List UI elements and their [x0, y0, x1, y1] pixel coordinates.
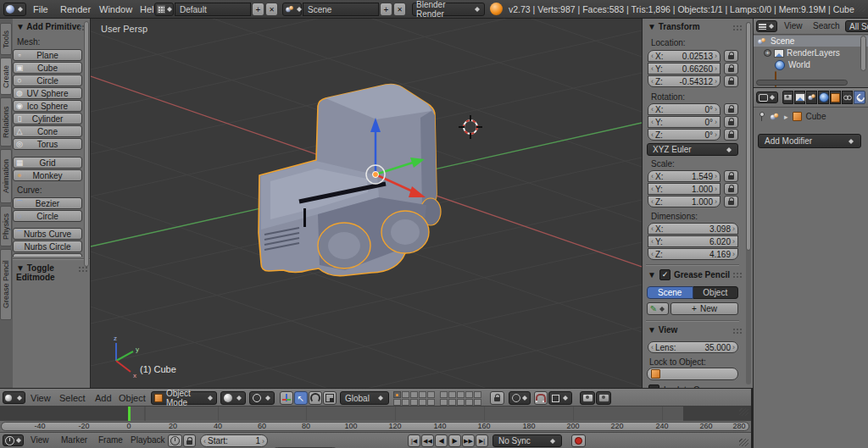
rotation-mode-select[interactable]: XYZ Euler	[647, 143, 738, 156]
add-cube-button[interactable]: Cube▣	[13, 62, 82, 74]
outliner-vscrollbar[interactable]	[860, 36, 866, 71]
add-bezier-button[interactable]: Bezier⌒	[13, 197, 82, 209]
next-keyframe-button[interactable]: ▶▶	[462, 434, 475, 447]
panel-header-add-primitive[interactable]: ▼ Add Primitive	[16, 22, 81, 31]
panel-header-view[interactable]: ▼ View	[648, 325, 677, 335]
area-resize-grip[interactable]	[739, 439, 748, 446]
dimensions-x-field[interactable]: ‹X:3.098›	[648, 223, 738, 235]
lock-time-button[interactable]	[183, 434, 196, 447]
manipulator-toggle-button[interactable]	[280, 391, 293, 405]
tab-grease-pencil[interactable]: Grease Pencil	[0, 249, 12, 320]
location-x-field[interactable]: ‹X:0.02513›	[648, 50, 721, 62]
expand-icon[interactable]: +	[764, 49, 771, 57]
lock-location-x-button[interactable]	[724, 50, 738, 62]
scale-manipulator-button[interactable]	[323, 391, 337, 405]
mode-select[interactable]: Object Mode	[151, 391, 217, 405]
menu-file[interactable]: File	[27, 0, 54, 19]
auto-keyframe-button[interactable]	[571, 434, 586, 447]
timeline-menu-frame[interactable]: Frame	[98, 435, 123, 445]
tab-animation[interactable]: Animation	[0, 149, 12, 203]
previous-keyframe-button[interactable]: ◀◀	[421, 434, 434, 447]
rotate-manipulator-button[interactable]	[309, 391, 322, 405]
area-resize-grip[interactable]	[739, 408, 748, 416]
translate-manipulator-button[interactable]: ↖	[294, 391, 308, 405]
sync-mode-select[interactable]: No Sync	[492, 434, 562, 447]
location-z-field[interactable]: ‹Z:-0.54312›	[648, 75, 721, 87]
add-uv-sphere-button[interactable]: UV Sphere◍	[13, 87, 82, 99]
layout-type-button[interactable]	[154, 3, 174, 16]
play-reverse-button[interactable]: ◀	[435, 434, 448, 447]
add-plane-button[interactable]: Plane▫	[13, 49, 82, 61]
pin-icon[interactable]	[759, 112, 765, 121]
tab-relations[interactable]: Relations	[0, 97, 12, 147]
delete-layout-button[interactable]: ✕	[265, 3, 278, 16]
tab-object[interactable]	[830, 91, 841, 104]
view3d-menu-object[interactable]: Object	[119, 393, 146, 403]
add-circle-button[interactable]: Circle○	[13, 75, 82, 86]
outliner-menu-search[interactable]: Search	[813, 21, 840, 30]
outliner-item-scene[interactable]: Scene	[754, 36, 868, 47]
truck-model[interactable]	[259, 84, 441, 275]
add-scene-button[interactable]: +	[380, 3, 392, 16]
view3d-menu-view[interactable]: View	[31, 393, 51, 403]
render-animation-button[interactable]	[596, 391, 611, 405]
app-menu-button[interactable]	[3, 3, 26, 16]
location-y-field[interactable]: ‹Y:0.66260›	[648, 63, 721, 75]
add-curve-circle-button[interactable]: Circle◌	[13, 210, 82, 222]
outliner-editor-type-button[interactable]	[756, 20, 777, 32]
add-grid-button[interactable]: Grid▦	[13, 157, 82, 169]
layers-widget-group1[interactable]	[393, 391, 437, 406]
lock-rotation-y-button[interactable]	[724, 116, 738, 128]
viewport-shading-select[interactable]	[220, 391, 246, 405]
gp-object-button[interactable]: Object	[693, 286, 739, 299]
area-resize-grip[interactable]	[854, 3, 865, 12]
timeline-canvas[interactable]	[0, 407, 751, 421]
add-modifier-select[interactable]: Add Modifier	[758, 134, 861, 148]
add-monkey-button[interactable]: Monkey●	[13, 169, 82, 181]
jump-to-end-button[interactable]: ▶|	[476, 434, 488, 447]
cursor-3d[interactable]	[459, 115, 482, 139]
lock-scale-y-button[interactable]	[724, 183, 738, 195]
scene-name-field[interactable]: Scene	[303, 3, 379, 16]
add-torus-button[interactable]: Torus◎	[13, 138, 82, 150]
panel-header-transform[interactable]: ▼ Transform	[648, 22, 700, 31]
timeline-menu-playback[interactable]: Playback	[131, 435, 165, 445]
layout-name-field[interactable]: Default	[175, 3, 251, 16]
tab-tools[interactable]: Tools	[0, 23, 12, 55]
timeline-menu-view[interactable]: View	[31, 435, 49, 445]
tab-create[interactable]: Create	[0, 58, 12, 95]
add-cylinder-button[interactable]: Cylinder▯	[13, 113, 82, 124]
view3d-menu-add[interactable]: Add	[95, 393, 112, 403]
properties-editor-type-button[interactable]	[756, 91, 778, 103]
menu-render[interactable]: Render	[54, 0, 97, 19]
pivot-point-select[interactable]	[249, 391, 275, 405]
lock-to-object-field[interactable]	[647, 368, 738, 380]
current-frame-marker[interactable]	[128, 407, 131, 421]
delete-scene-button[interactable]: ✕	[393, 3, 406, 16]
panel-header-grease-pencil[interactable]: ▼ ✓ Grease Pencil	[648, 269, 730, 280]
lock-location-z-button[interactable]	[724, 75, 738, 87]
panel-drag-grip[interactable]	[78, 266, 88, 273]
use-preview-range-button[interactable]	[168, 434, 182, 447]
tab-modifiers[interactable]	[854, 91, 865, 104]
panel-drag-grip[interactable]	[732, 272, 743, 279]
lock-location-y-button[interactable]	[724, 63, 738, 75]
lock-scale-x-button[interactable]	[724, 170, 738, 182]
add-nurbs-curve-button[interactable]: Nurbs Curve⌒	[13, 228, 82, 240]
panel-drag-grip[interactable]	[732, 328, 743, 335]
scale-z-field[interactable]: ‹Z:1.000›	[648, 196, 721, 207]
outliner-filter-select[interactable]: All Scenes	[845, 20, 868, 32]
gp-new-layer-button[interactable]: +New	[670, 302, 738, 315]
snap-toggle-button[interactable]	[534, 391, 548, 405]
grease-pencil-checkbox[interactable]: ✓	[659, 269, 670, 280]
view3d-menu-select[interactable]: Select	[59, 393, 86, 403]
tab-physics[interactable]: Physics	[0, 206, 12, 246]
timeline-editor-type-button[interactable]	[3, 434, 24, 446]
tab-world[interactable]	[818, 91, 829, 104]
add-nurbs-circle-button[interactable]: Nurbs Circle◌	[13, 241, 82, 252]
snap-element-select[interactable]	[548, 391, 572, 405]
timeline-ruler[interactable]: -40 -20 0 20 40 60 80 100 120 140 160 18…	[0, 421, 751, 432]
rotation-z-field[interactable]: ‹Z:0°›	[648, 129, 721, 141]
lens-field[interactable]: ‹Lens:35.000›	[648, 341, 738, 353]
outliner-menu-view[interactable]: View	[784, 21, 803, 30]
